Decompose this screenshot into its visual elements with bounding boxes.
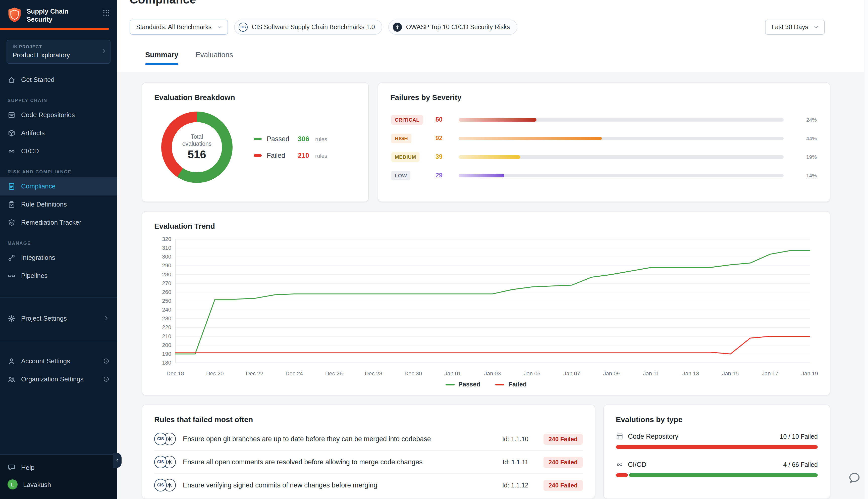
- sidebar-header: Supply Chain Security: [0, 0, 117, 26]
- content-area: Evaluation Breakdown Total evaluations 5…: [117, 72, 868, 499]
- svg-text:260: 260: [162, 289, 171, 295]
- rules-failed-title: Rules that failed most often: [154, 415, 583, 424]
- evaluation-trend-title: Evaluation Trend: [154, 222, 818, 230]
- sidebar-item-rule-definitions[interactable]: Rule Definitions: [0, 195, 117, 213]
- legend-label: Passed: [458, 381, 481, 388]
- type-progress-bar: [616, 445, 818, 449]
- svg-text:190: 190: [162, 351, 171, 357]
- date-range-label: Last 30 Days: [771, 24, 808, 31]
- doc-icon: [8, 182, 15, 190]
- sidebar-item-remediation-tracker[interactable]: Remediation Tracker: [0, 213, 117, 231]
- home-icon: [8, 76, 15, 84]
- type-label: Code Repository: [628, 433, 678, 440]
- tab-bar: Summary Evaluations: [117, 35, 868, 65]
- trend-legend-passed: Passed: [445, 381, 481, 388]
- svg-text:Dec 26: Dec 26: [325, 370, 343, 377]
- cis-icon: CIS: [154, 479, 167, 491]
- module-switcher-icon[interactable]: [102, 7, 110, 19]
- svg-text:Jan 03: Jan 03: [484, 370, 501, 377]
- legend-unit: rules: [315, 153, 327, 159]
- project-selector[interactable]: PROJECT Product Exploratory: [7, 39, 111, 63]
- severity-count: 92: [435, 135, 459, 142]
- sidebar-item-compliance[interactable]: Compliance: [0, 177, 117, 195]
- standards-filter-label: Standards: All Benchmarks: [136, 24, 211, 31]
- sidebar-item-organization-settings[interactable]: Organization Settings: [0, 370, 117, 388]
- cis-icon: CIS: [154, 456, 167, 468]
- infinity-icon: [8, 147, 15, 155]
- legend-value: 210: [298, 152, 309, 159]
- info-icon: [103, 358, 110, 364]
- rule-row[interactable]: CISEnsure verifying signed commits of ne…: [154, 474, 583, 497]
- sidebar-item-artifacts[interactable]: Artifacts: [0, 124, 117, 142]
- repo-icon: [8, 111, 15, 119]
- main-area: Compliance Standards: All Benchmarks CIS…: [117, 0, 868, 499]
- trend-legend: PassedFailed: [154, 381, 818, 391]
- sidebar-nav: Get StartedSUPPLY CHAINCode Repositories…: [0, 68, 117, 454]
- sidebar-item-integrations[interactable]: Integrations: [0, 248, 117, 267]
- rule-row[interactable]: CISEnsure all open comments are resolved…: [154, 451, 583, 474]
- svg-text:240: 240: [162, 306, 171, 313]
- severity-percent: 24%: [793, 117, 817, 123]
- svg-text:290: 290: [162, 262, 171, 269]
- svg-text:280: 280: [162, 271, 171, 278]
- sidebar-item-account-settings[interactable]: Account Settings: [0, 352, 117, 370]
- rule-id: Id: 1.1.10: [502, 436, 536, 442]
- severity-row-medium: MEDIUM3919%: [391, 152, 817, 162]
- svg-text:220: 220: [162, 324, 171, 330]
- svg-text:Dec 24: Dec 24: [286, 370, 303, 377]
- rule-description: Ensure verifying signed commits of new c…: [183, 482, 495, 489]
- legend-value: 306: [298, 135, 309, 143]
- chevron-right-icon: [103, 315, 110, 321]
- svg-text:Dec 28: Dec 28: [365, 370, 383, 377]
- benchmark-chip-owasp[interactable]: OWASP Top 10 CI/CD Security Risks: [388, 20, 518, 35]
- scrollbar[interactable]: [864, 0, 868, 499]
- sidebar-item-pipelines[interactable]: Pipelines: [0, 267, 117, 285]
- legend-swatch: [254, 154, 262, 157]
- evaluations-by-type-card: Evalutions by type Code Repository10 / 1…: [603, 404, 830, 499]
- user-menu[interactable]: L Lavakush: [0, 476, 117, 493]
- rule-id: Id: 1.1.12: [502, 482, 536, 489]
- evaluation-type-row-ci-cd: CI/CD4 / 66 Failed: [616, 461, 818, 477]
- evaluation-donut-chart: Total evaluations 516: [161, 112, 233, 183]
- svg-text:210: 210: [162, 333, 171, 339]
- evaluation-trend-chart: 1801902002102202302402502602702802903003…: [154, 234, 818, 380]
- tab-summary[interactable]: Summary: [145, 51, 178, 65]
- sidebar-item-label: Compliance: [21, 182, 110, 190]
- owasp-icon: [393, 23, 402, 32]
- sidebar-item-label: Get Started: [21, 76, 110, 83]
- user-icon: [8, 357, 15, 365]
- rule-description: Ensure open git branches are up to date …: [183, 435, 495, 443]
- svg-text:Jan 19: Jan 19: [802, 370, 818, 377]
- svg-text:270: 270: [162, 280, 171, 287]
- sidebar-item-code-repositories[interactable]: Code Repositories: [0, 106, 117, 124]
- sidebar-item-project-settings[interactable]: Project Settings: [0, 309, 117, 327]
- plug-icon: [8, 254, 15, 261]
- sidebar-section-label: SUPPLY CHAIN: [0, 89, 117, 106]
- standards-filter[interactable]: Standards: All Benchmarks: [129, 20, 228, 35]
- evaluation-breakdown-card: Evaluation Breakdown Total evaluations 5…: [142, 82, 369, 202]
- project-label: PROJECT: [13, 44, 98, 49]
- benchmark-chip-owasp-label: OWASP Top 10 CI/CD Security Risks: [406, 24, 510, 31]
- rule-row[interactable]: CISEnsure open git branches are up to da…: [154, 428, 583, 451]
- benchmark-chip-cis[interactable]: CIS CIS Software Supply Chain Benchmarks…: [234, 20, 383, 35]
- sidebar-item-ci-cd[interactable]: CI/CD: [0, 142, 117, 160]
- sidebar-item-get-started[interactable]: Get Started: [0, 71, 117, 89]
- clipboard-icon: [8, 200, 15, 208]
- date-range-filter[interactable]: Last 30 Days: [765, 20, 825, 35]
- legend-item-failed: Failed210rules: [254, 152, 327, 159]
- svg-text:200: 200: [162, 342, 171, 348]
- chat-bubble-icon[interactable]: [848, 471, 861, 486]
- page-title-clip: Compliance: [117, 0, 868, 6]
- trend-legend-failed: Failed: [496, 381, 527, 388]
- filter-row: Standards: All Benchmarks CIS CIS Softwa…: [117, 6, 868, 35]
- breakdown-legend: Passed306rulesFailed210rules: [254, 135, 327, 159]
- svg-text:Dec 30: Dec 30: [404, 370, 422, 377]
- sidebar-item-help[interactable]: Help: [0, 459, 117, 476]
- rule-failed-badge: 240 Failed: [544, 480, 583, 491]
- app-logo-icon: [7, 7, 22, 23]
- sidebar-collapse-handle[interactable]: [113, 453, 122, 468]
- tab-evaluations[interactable]: Evaluations: [195, 51, 233, 65]
- legend-unit: rules: [315, 136, 327, 142]
- rule-rows: CISEnsure open git branches are up to da…: [154, 428, 583, 497]
- org-icon: [8, 375, 15, 383]
